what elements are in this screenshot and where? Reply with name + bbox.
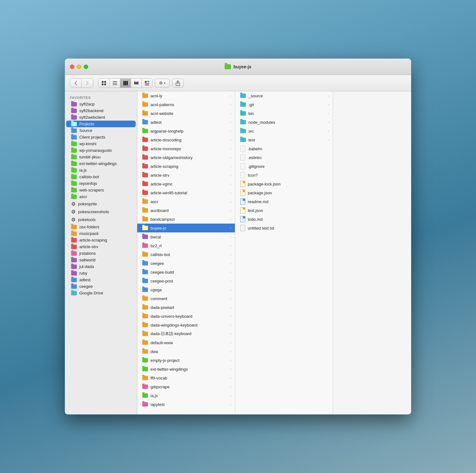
list-item[interactable]: acnl-website› bbox=[137, 109, 235, 118]
forward-button[interactable] bbox=[82, 79, 93, 88]
sidebar-item-poketools[interactable]: ⚙ poketools bbox=[66, 216, 136, 224]
sidebar-item-pokesprite[interactable]: ⚙ pokesprite bbox=[66, 200, 136, 208]
sidebar-item-syft2backend[interactable]: syft2backend bbox=[66, 107, 136, 114]
list-item[interactable]: .gitignore bbox=[235, 162, 333, 171]
sidebar-item-ceegee[interactable]: ceegee bbox=[66, 283, 136, 290]
list-item[interactable]: default-www› bbox=[137, 338, 235, 347]
sidebar-item-google-drive[interactable]: Google Drive bbox=[66, 290, 136, 296]
svg-rect-0 bbox=[102, 81, 104, 83]
list-item[interactable]: adtest› bbox=[137, 118, 235, 127]
list-item[interactable]: ff9-vocab› bbox=[137, 373, 235, 382]
list-item[interactable]: iapytest› bbox=[137, 400, 235, 409]
list-item[interactable]: article-win95-tutorial› bbox=[137, 188, 235, 197]
list-item[interactable]: .eslintrc bbox=[235, 153, 333, 162]
list-item[interactable]: ext-twitter-wingdings› bbox=[137, 365, 235, 373]
sidebar-item-pokescreenshots[interactable]: ⚙ pokescreenshots bbox=[66, 208, 136, 216]
sidebar-item-syft2webclient[interactable]: syft2webclient bbox=[66, 114, 136, 121]
sidebar-item-article-scraping[interactable]: article-scraping bbox=[66, 237, 136, 243]
list-item[interactable]: article-vgmc› bbox=[137, 180, 235, 188]
list-item[interactable]: bin › bbox=[235, 109, 333, 118]
sidebar-item-source[interactable]: Source bbox=[66, 127, 136, 134]
list-item[interactable]: dada-日本語-keyboard› bbox=[137, 329, 235, 338]
list-item[interactable]: cgega› bbox=[137, 285, 235, 294]
sidebar-item-client-projects[interactable]: Client projects bbox=[66, 134, 136, 140]
list-item[interactable]: untitled text.txt bbox=[235, 224, 333, 232]
list-item[interactable]: callisto-bot› bbox=[137, 250, 235, 259]
list-item[interactable]: package.json bbox=[235, 188, 333, 197]
item-name: dada-univers-keyboard bbox=[150, 314, 192, 319]
list-item-buyee-js[interactable]: buyee-js› bbox=[137, 224, 235, 232]
list-item[interactable]: ceegee› bbox=[137, 259, 235, 268]
list-item[interactable]: .git › bbox=[235, 100, 333, 109]
list-item[interactable]: ia.js› bbox=[137, 391, 235, 400]
list-item[interactable]: .babelrc bbox=[235, 144, 333, 153]
list-item[interactable]: acnl-patterns› bbox=[137, 100, 235, 109]
list-item[interactable]: ascr› bbox=[137, 197, 235, 206]
settings-button[interactable]: ⚙ ▾ bbox=[155, 79, 170, 88]
list-item[interactable]: test.json bbox=[235, 206, 333, 215]
list-item[interactable]: ceegee-post› bbox=[137, 276, 235, 285]
sidebar-item-wp-kinshi[interactable]: wp-kinshi bbox=[66, 140, 136, 147]
back-button[interactable] bbox=[70, 79, 82, 88]
icon-view-button[interactable] bbox=[99, 79, 109, 88]
sidebar-item-label: syft2webclient bbox=[79, 115, 105, 120]
list-item[interactable]: gdqscrape› bbox=[137, 382, 235, 391]
list-item[interactable]: article-monorepo› bbox=[137, 144, 235, 153]
maximize-button[interactable] bbox=[84, 65, 88, 69]
sidebar-item-tumblr-jikuu[interactable]: tumblr-jikuu bbox=[66, 154, 136, 160]
sidebar-item-article-strv[interactable]: article-strv bbox=[66, 243, 136, 250]
list-item[interactable]: article-oldgameshistory› bbox=[137, 153, 235, 162]
list-item[interactable]: dada-pixelart› bbox=[137, 303, 235, 312]
list-item[interactable]: bz2_rl› bbox=[137, 241, 235, 250]
list-item[interactable]: src › bbox=[235, 127, 333, 135]
sidebar-item-ascr[interactable]: ascr bbox=[66, 193, 136, 200]
group-button[interactable] bbox=[141, 79, 152, 88]
sidebar-item-web-scrapers[interactable]: web-scrapers bbox=[66, 187, 136, 193]
list-item[interactable]: comment› bbox=[137, 294, 235, 303]
sidebar-item-jul-dada[interactable]: jul-dada bbox=[66, 263, 136, 270]
share-button[interactable] bbox=[172, 79, 184, 88]
sidebar-item-adtest[interactable]: adtest bbox=[66, 276, 136, 283]
list-item[interactable]: empty-js-project› bbox=[137, 356, 235, 365]
sidebar-item-ia-js[interactable]: ia.js bbox=[66, 167, 136, 174]
list-item[interactable]: argparse-longhelp› bbox=[137, 127, 235, 135]
list-item[interactable]: test › bbox=[235, 135, 333, 144]
minimize-button[interactable] bbox=[77, 65, 81, 69]
sidebar-item-osx-folders[interactable]: osx-folders bbox=[66, 224, 136, 230]
close-button[interactable] bbox=[70, 65, 74, 69]
list-item[interactable]: dada-wingdings-keyboard› bbox=[137, 321, 235, 329]
list-view-button[interactable] bbox=[109, 79, 120, 88]
list-item[interactable]: node_modules › bbox=[235, 118, 333, 127]
sidebar-item-ruby[interactable]: ruby bbox=[66, 270, 136, 276]
list-item[interactable]: todo.md bbox=[235, 215, 333, 224]
sidebar-item-ext-twitter-wingdings[interactable]: ext-twitter-wingdings bbox=[66, 160, 136, 167]
sidebar-item-repoinfojs[interactable]: repoinfojs bbox=[66, 180, 136, 187]
list-item[interactable]: bwcal› bbox=[137, 232, 235, 241]
list-item[interactable]: package-lock.json bbox=[235, 180, 333, 188]
sidebar-item-jrstations[interactable]: jrstations bbox=[66, 250, 136, 257]
sidebar-item-projects[interactable]: Projects bbox=[66, 121, 136, 127]
list-item[interactable]: auctboard› bbox=[137, 206, 235, 215]
list-item[interactable]: acnl-ly› bbox=[137, 91, 235, 100]
sidebar-item-musicpack[interactable]: musicpack bbox=[66, 230, 136, 237]
cover-flow-button[interactable] bbox=[131, 79, 141, 88]
item-name: .babelrc bbox=[248, 146, 262, 151]
list-item[interactable]: dwa› bbox=[137, 347, 235, 356]
list-item[interactable]: article-scraping› bbox=[137, 162, 235, 171]
list-item[interactable]: ceegee-build› bbox=[137, 268, 235, 276]
list-item[interactable]: readme.md bbox=[235, 197, 333, 206]
sidebar-item-callisto-bot[interactable]: callisto-bot bbox=[66, 174, 136, 180]
list-item[interactable]: dada-univers-keyboard› bbox=[137, 312, 235, 321]
settings-icon: ⚙ bbox=[159, 81, 163, 85]
sidebar-item-syft2acp[interactable]: syft2acp bbox=[66, 101, 136, 107]
sidebar-item-saltworld[interactable]: saltworld bbox=[66, 257, 136, 263]
list-item[interactable]: article-strv› bbox=[137, 171, 235, 180]
list-item[interactable]: bandcampscr› bbox=[137, 215, 235, 224]
folder-icon bbox=[71, 195, 77, 199]
svg-rect-12 bbox=[137, 81, 139, 82]
list-item[interactable]: _source › bbox=[235, 91, 333, 100]
list-item[interactable]: article-doscoding› bbox=[137, 135, 235, 144]
column-view-button[interactable] bbox=[120, 79, 131, 88]
list-item[interactable]: Icon? bbox=[235, 171, 333, 180]
sidebar-item-wp-yomaraugusto[interactable]: wp-yomaraugusto bbox=[66, 147, 136, 154]
